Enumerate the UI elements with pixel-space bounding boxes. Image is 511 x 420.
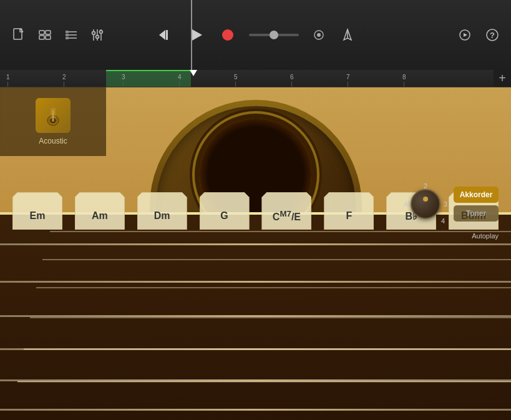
fret-2: [0, 281, 511, 283]
ruler-mark-4: 4: [178, 74, 182, 87]
play-button[interactable]: [187, 25, 207, 45]
tracks-icon[interactable]: [62, 26, 80, 44]
add-track-button[interactable]: +: [494, 70, 511, 87]
svg-rect-18: [166, 30, 168, 40]
ruler-mark-3: 3: [122, 74, 125, 87]
track-panel[interactable]: Acoustic: [0, 87, 106, 156]
knob-label-4: 4: [441, 217, 445, 225]
string-6: [17, 381, 511, 383]
svg-rect-31: [50, 108, 56, 110]
svg-rect-1: [39, 31, 44, 34]
svg-rect-9: [66, 34, 69, 36]
ruler-mark-1: 1: [6, 74, 10, 87]
svg-rect-0: [14, 29, 22, 39]
chord-g-label: G: [220, 205, 228, 222]
chord-g[interactable]: G: [200, 192, 250, 235]
svg-point-14: [92, 32, 95, 35]
track-name: Acoustic: [39, 137, 67, 145]
chord-f-label: F: [346, 205, 352, 222]
svg-rect-4: [46, 36, 51, 39]
mixer-icon[interactable]: [89, 26, 106, 44]
record-button[interactable]: [218, 25, 238, 45]
help-icon[interactable]: ?: [484, 26, 501, 44]
rewind-button[interactable]: [155, 25, 175, 45]
autoplay-panel: 2 3 4 AV Akkorder Toner Autoplay: [404, 182, 499, 240]
ruler-mark-5: 5: [234, 74, 238, 87]
knob-label-3: 3: [444, 200, 447, 208]
arrange-view-icon[interactable]: [36, 26, 54, 44]
chord-dm-label: Dm: [154, 205, 170, 222]
fret-6: [0, 409, 511, 411]
svg-marker-25: [464, 33, 467, 37]
svg-rect-10: [66, 37, 69, 39]
svg-marker-19: [192, 29, 202, 41]
guitar-interface: Acoustic 2 3 4 AV Akkorder Toner Autopla…: [0, 87, 511, 420]
toolbar-left: [0, 26, 106, 44]
string-5: [24, 348, 511, 350]
playhead-marker[interactable]: [190, 70, 197, 76]
toner-button[interactable]: Toner: [454, 205, 499, 222]
knob-numbers-container: 2 3 4 AV: [404, 182, 447, 226]
chord-dm[interactable]: Dm: [137, 192, 187, 235]
svg-point-20: [222, 29, 233, 41]
ruler-inner: 1 2 3 4 5 6 7 8: [0, 70, 494, 87]
chord-cm7e-label: CM7/E: [273, 204, 301, 223]
chord-am-label: Am: [92, 205, 108, 222]
svg-point-15: [96, 36, 99, 39]
svg-text:?: ?: [490, 31, 495, 40]
timeline-ruler[interactable]: 1 2 3 4 5 6 7 8 +: [0, 70, 511, 87]
svg-point-22: [317, 33, 321, 37]
chord-cm7e[interactable]: CM7/E: [261, 192, 311, 235]
svg-rect-8: [66, 31, 69, 33]
output-routing-icon[interactable]: [339, 26, 356, 44]
ruler-mark-6: 6: [290, 74, 294, 87]
transport-controls: [155, 25, 356, 45]
volume-slider[interactable]: [249, 34, 299, 36]
autoplay-buttons: Akkorder Toner: [454, 187, 499, 222]
string-4: [30, 317, 511, 318]
fret-1: [0, 243, 511, 245]
svg-rect-3: [39, 36, 44, 39]
autoplay-label: Autoplay: [472, 232, 499, 240]
toolbar-right: ?: [456, 26, 501, 44]
toolbar: ?: [0, 0, 511, 70]
akkorder-button[interactable]: Akkorder: [454, 187, 499, 203]
new-document-icon[interactable]: [10, 26, 27, 44]
chord-am[interactable]: Am: [75, 192, 125, 235]
routing-icon[interactable]: [456, 26, 474, 44]
ruler-mark-8: 8: [402, 74, 406, 87]
string-3: [36, 287, 511, 288]
svg-point-16: [100, 31, 103, 34]
autoplay-knob-area: 2 3 4 AV Akkorder Toner: [404, 182, 499, 226]
playhead-line: [191, 0, 192, 70]
ruler-mark-2: 2: [62, 74, 66, 87]
chord-em-label: Em: [29, 205, 45, 222]
volume-speaker-icon: [310, 26, 328, 44]
svg-rect-2: [46, 31, 51, 34]
chord-f[interactable]: F: [324, 192, 374, 235]
autoplay-knob[interactable]: [411, 189, 440, 219]
track-thumbnail: [36, 98, 71, 133]
chord-em[interactable]: Em: [12, 192, 62, 235]
guitar-fretboard[interactable]: [0, 212, 511, 420]
volume-knob: [270, 31, 278, 39]
svg-marker-17: [159, 30, 165, 40]
ruler-mark-7: 7: [346, 74, 350, 87]
string-2: [42, 259, 511, 260]
knob-dot: [423, 197, 428, 202]
autoplay-knob-control[interactable]: [411, 189, 440, 219]
